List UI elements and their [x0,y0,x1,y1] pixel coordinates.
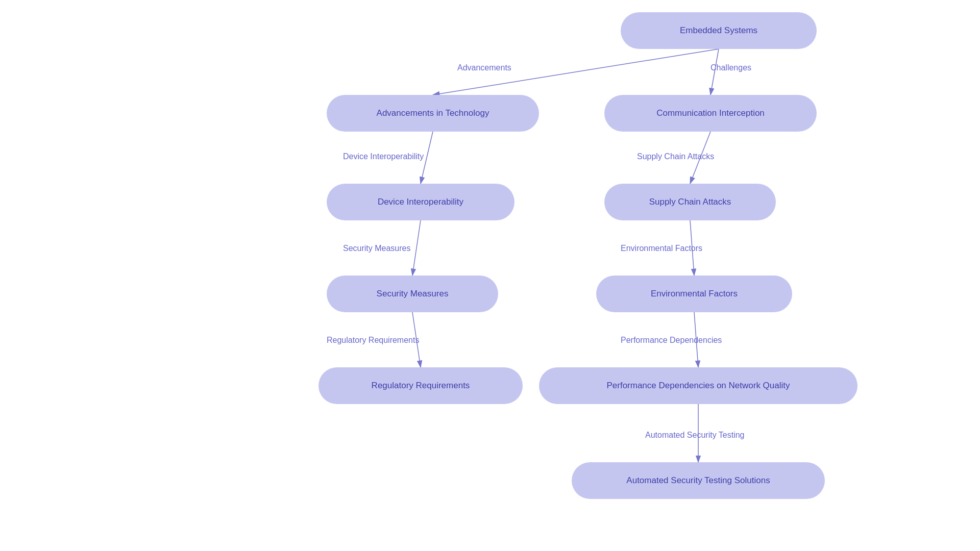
edge-label-root-comm_intercep: Challenges [710,63,751,72]
node-advancements_tech[interactable]: Advancements in Technology [327,95,539,132]
node-regulatory_req[interactable]: Regulatory Requirements [318,367,523,404]
node-device_interop[interactable]: Device Interoperability [327,184,514,220]
node-comm_intercep[interactable]: Communication Interception [604,95,817,132]
node-env_factors[interactable]: Environmental Factors [596,276,792,312]
edge-label-supply_chain-env_factors: Environmental Factors [621,244,702,253]
node-perf_dependencies[interactable]: Performance Dependencies on Network Qual… [539,367,857,404]
node-auto_security[interactable]: Automated Security Testing Solutions [572,462,825,499]
edge-label-root-advancements_tech: Advancements [457,63,511,72]
edge-line-device_interop-security_measures [412,220,421,276]
edge-label-env_factors-perf_dependencies: Performance Dependencies [621,336,722,345]
diagram-container: Embedded SystemsAdvancements in Technolo… [0,0,980,551]
edge-label-security_measures-regulatory_req: Regulatory Requirements [327,336,419,345]
connections-svg [0,0,980,551]
edge-label-advancements_tech-device_interop: Device Interoperability [343,152,424,161]
edge-label-comm_intercep-supply_chain: Supply Chain Attacks [637,152,714,161]
edge-label-perf_dependencies-auto_security: Automated Security Testing [645,431,744,440]
node-security_measures[interactable]: Security Measures [327,276,498,312]
edge-label-device_interop-security_measures: Security Measures [343,244,411,253]
node-root[interactable]: Embedded Systems [621,12,817,49]
node-supply_chain[interactable]: Supply Chain Attacks [604,184,776,220]
